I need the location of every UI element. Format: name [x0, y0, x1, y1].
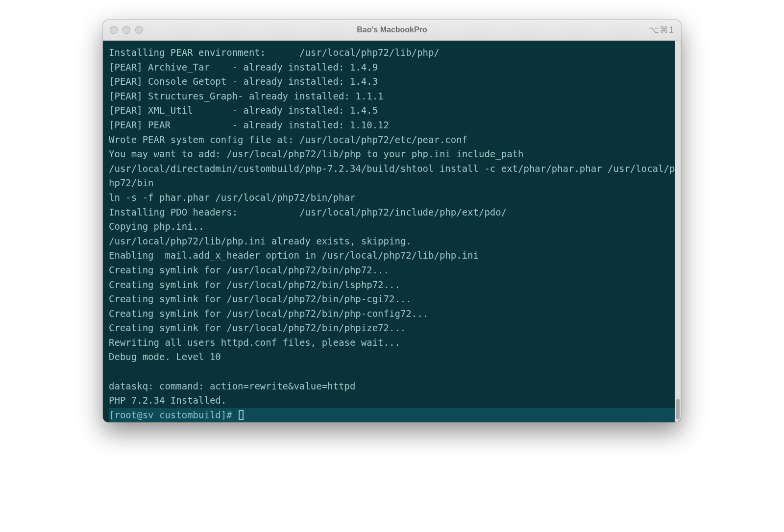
terminal-line — [109, 364, 675, 379]
window-controls — [110, 26, 143, 34]
terminal-line: Installing PEAR environment: /usr/local/… — [109, 46, 675, 60]
terminal-line: Creating symlink for /usr/local/php72/bi… — [109, 278, 675, 292]
terminal-line: PHP 7.2.34 Installed. — [109, 393, 675, 408]
terminal-line: /usr/local/php72/lib/php.ini already exi… — [109, 234, 675, 249]
terminal-line: Wrote PEAR system config file at: /usr/l… — [109, 133, 675, 147]
terminal-line: Installing PDO headers: /usr/local/php72… — [109, 205, 675, 220]
terminal-line: [PEAR] Archive_Tar - already installed: … — [109, 60, 675, 75]
terminal-line: [PEAR] Console_Getopt - already installe… — [109, 74, 675, 89]
terminal-output[interactable]: Installing PEAR environment: /usr/local/… — [103, 41, 675, 422]
terminal-line: Copying php.ini.. — [109, 219, 675, 234]
terminal-line: [PEAR] PEAR - already installed: 1.10.12 — [109, 118, 675, 133]
terminal-line: Enabling mail.add_x_header option in /us… — [109, 248, 675, 263]
window-titlebar: Bao's MacbookPro ⌥⌘1 — [103, 20, 681, 41]
terminal-line: ln -s -f phar.phar /usr/local/php72/bin/… — [109, 191, 675, 205]
window-shortcut-hint: ⌥⌘1 — [649, 24, 674, 35]
terminal-line: Creating symlink for /usr/local/php72/bi… — [109, 263, 675, 278]
cursor-icon — [239, 410, 244, 420]
terminal-line: dataskq: command: action=rewrite&value=h… — [109, 379, 675, 394]
terminal-line: Creating symlink for /usr/local/php72/bi… — [109, 292, 675, 307]
minimize-icon[interactable] — [122, 26, 130, 34]
terminal-line: [PEAR] XML_Util - already installed: 1.4… — [109, 103, 675, 118]
scrollbar-thumb[interactable] — [676, 399, 680, 419]
terminal-line: Creating symlink for /usr/local/php72/bi… — [109, 307, 675, 321]
terminal-line: [PEAR] Structures_Graph- already install… — [109, 89, 675, 104]
terminal-line: Debug mode. Level 10 — [109, 350, 675, 364]
terminal-window: Bao's MacbookPro ⌥⌘1 Installing PEAR env… — [103, 20, 681, 422]
terminal-line: Rewriting all users httpd.conf files, pl… — [109, 336, 675, 350]
terminal-line: Creating symlink for /usr/local/php72/bi… — [109, 321, 675, 336]
terminal-line: You may want to add: /usr/local/php72/li… — [109, 147, 675, 162]
scrollbar-track[interactable] — [675, 41, 681, 422]
close-icon[interactable] — [110, 26, 118, 34]
prompt-line[interactable]: [root@sv custombuild]# — [109, 408, 675, 423]
window-title: Bao's MacbookPro — [103, 25, 681, 34]
terminal-line: /usr/local/directadmin/custombuild/php-7… — [109, 162, 675, 176]
zoom-icon[interactable] — [135, 26, 143, 34]
terminal-line: hp72/bin — [109, 176, 675, 191]
shell-prompt: [root@sv custombuild]# — [109, 410, 238, 420]
